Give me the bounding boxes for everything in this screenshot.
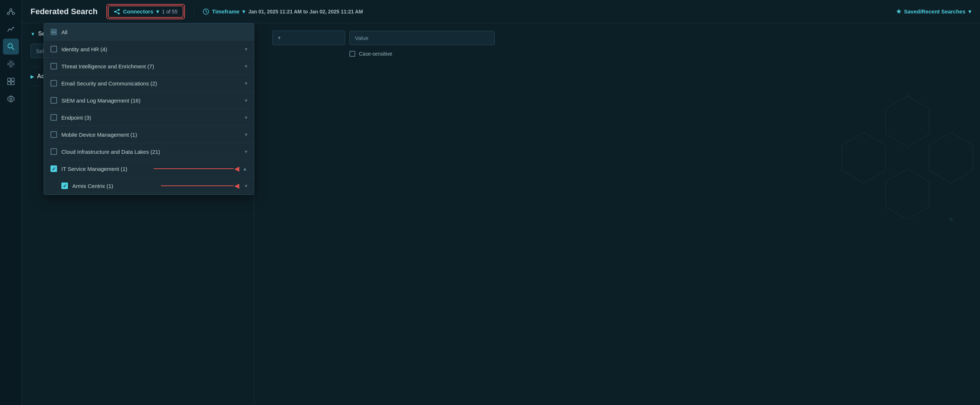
content-area: ▼ Search Criteria Select an Entity ▾ ▶ A…: [22, 23, 980, 405]
item-label-armis: Armis Centrix (1): [72, 183, 240, 189]
timeframe-chevron: ▾: [242, 8, 245, 15]
value-input[interactable]: Value: [349, 31, 495, 45]
connectors-icon: [114, 8, 120, 15]
svg-point-20: [118, 12, 119, 14]
connectors-label: Connectors: [123, 8, 153, 14]
expand-armis: ▾: [245, 183, 247, 189]
dropdown-item-endpoint[interactable]: Endpoint (3) ▾: [44, 109, 254, 126]
svg-rect-16: [11, 82, 14, 85]
case-sensitive-label: Case-sensitive: [359, 51, 392, 57]
expand-threat-intel: ▾: [245, 63, 247, 69]
sidebar-icon-search[interactable]: [3, 38, 19, 54]
sidebar: [0, 0, 22, 405]
item-label-identity-hr: Identity and HR (4): [61, 46, 240, 53]
item-label-all: All: [61, 29, 247, 35]
dropdown-item-all[interactable]: — All: [44, 24, 254, 41]
svg-point-1: [7, 12, 10, 14]
item-label-endpoint: Endpoint (3): [61, 115, 240, 121]
checkbox-endpoint: [51, 114, 57, 121]
checkbox-email-security: [51, 80, 57, 86]
star-icon: ★: [896, 8, 901, 15]
dropdown-item-email-security[interactable]: Email Security and Communications (2) ▾: [44, 75, 254, 92]
dropdown-item-threat-intel[interactable]: Threat Intelligence and Enrichment (7) ▾: [44, 58, 254, 75]
svg-rect-15: [8, 82, 11, 85]
svg-line-3: [8, 11, 11, 12]
svg-point-18: [114, 11, 116, 12]
timeframe-range: Jan 01, 2025 11:21 AM to Jan 02, 2025 11…: [248, 9, 363, 14]
checkbox-mobile: [51, 131, 57, 138]
page-title: Federated Search: [30, 7, 98, 16]
case-sensitive-checkbox[interactable]: [349, 51, 355, 57]
expand-cloud: ▾: [245, 149, 247, 155]
sidebar-icon-graph[interactable]: [3, 4, 19, 20]
item-label-it-service: IT Service Management (1): [61, 166, 238, 172]
expand-mobile: ▾: [245, 132, 247, 137]
svg-line-4: [11, 11, 13, 12]
value-field-row: ▾ Value: [265, 30, 969, 45]
svg-line-21: [116, 10, 118, 11]
sidebar-icon-puzzle[interactable]: [3, 73, 19, 89]
svg-point-0: [10, 9, 12, 11]
checkbox-armis: ✓: [61, 182, 68, 189]
main-content: Federated Search Connectors ▾ 1 of 55: [22, 0, 980, 405]
connectors-chevron: ▾: [156, 8, 159, 15]
dropdown-item-it-service[interactable]: ✓ IT Service Management (1) ◀ ▲: [44, 160, 254, 177]
connectors-dropdown: — All Identity and HR (4) ▾ Threat Intel…: [44, 23, 254, 195]
value-placeholder: Value: [355, 35, 368, 41]
operator-dropdown[interactable]: ▾: [272, 30, 345, 45]
connectors-button[interactable]: Connectors ▾ 1 of 55: [108, 5, 183, 18]
sidebar-icon-settings[interactable]: [3, 91, 19, 107]
checkbox-cloud: [51, 148, 57, 155]
checkbox-it-service: ✓: [51, 166, 57, 172]
saved-searches-button[interactable]: ★ Saved/Recent Searches ▾: [896, 8, 971, 15]
timeframe-label: Timeframe: [212, 8, 240, 14]
svg-line-6: [12, 48, 14, 50]
svg-point-19: [118, 9, 119, 11]
case-sensitive-row: Case-sensitive: [349, 51, 969, 57]
saved-searches-label: Saved/Recent Searches: [904, 8, 966, 14]
svg-rect-14: [11, 78, 14, 81]
checkbox-all: —: [51, 29, 57, 35]
timeframe-button[interactable]: Timeframe ▾ Jan 01, 2025 11:21 AM to Jan…: [203, 8, 363, 15]
svg-point-5: [8, 44, 12, 48]
sidebar-icon-analytics[interactable]: [3, 21, 19, 37]
item-label-mobile: Mobile Device Management (1): [61, 132, 240, 138]
item-label-siem: SIEM and Log Management (16): [61, 97, 240, 104]
dropdown-item-siem[interactable]: SIEM and Log Management (16) ▾: [44, 92, 254, 109]
dropdown-item-armis[interactable]: ✓ Armis Centrix (1) ◀ ▾: [44, 177, 254, 195]
topbar-divider-1: [194, 6, 194, 18]
svg-point-2: [12, 12, 14, 14]
operator-chevron: ▾: [278, 35, 281, 41]
right-panel: ▾ Value Case-sensitive: [254, 23, 980, 405]
expand-endpoint: ▾: [245, 115, 247, 120]
dropdown-item-mobile[interactable]: Mobile Device Management (1) ▾: [44, 126, 254, 143]
connectors-wrapper: Connectors ▾ 1 of 55: [107, 4, 185, 19]
saved-searches-chevron: ▾: [968, 8, 971, 15]
dropdown-item-identity-hr[interactable]: Identity and HR (4) ▾: [44, 41, 254, 58]
item-label-cloud: Cloud Infrastructure and Data Lakes (21): [61, 149, 240, 155]
expand-siem: ▾: [245, 97, 247, 103]
sidebar-icon-integrations[interactable]: [3, 56, 19, 72]
expand-it-service: ▲: [242, 166, 247, 172]
checkbox-threat-intel: [51, 63, 57, 69]
svg-point-17: [10, 98, 12, 100]
expand-email-security: ▾: [245, 80, 247, 86]
clock-icon: [203, 8, 209, 15]
checkbox-identity-hr: [51, 46, 57, 53]
advanced-options-chevron: ▶: [30, 74, 34, 79]
svg-rect-13: [8, 78, 11, 81]
expand-identity-hr: ▾: [245, 46, 247, 52]
svg-point-7: [10, 62, 12, 65]
search-criteria-chevron: ▼: [30, 31, 35, 37]
dropdown-item-cloud[interactable]: Cloud Infrastructure and Data Lakes (21)…: [44, 143, 254, 160]
svg-line-22: [116, 12, 118, 13]
topbar: Federated Search Connectors ▾ 1 of 55: [22, 0, 980, 23]
item-label-email-security: Email Security and Communications (2): [61, 80, 240, 86]
item-label-threat-intel: Threat Intelligence and Enrichment (7): [61, 63, 240, 69]
connectors-count: 1 of 55: [162, 9, 178, 14]
checkbox-siem: [51, 97, 57, 104]
